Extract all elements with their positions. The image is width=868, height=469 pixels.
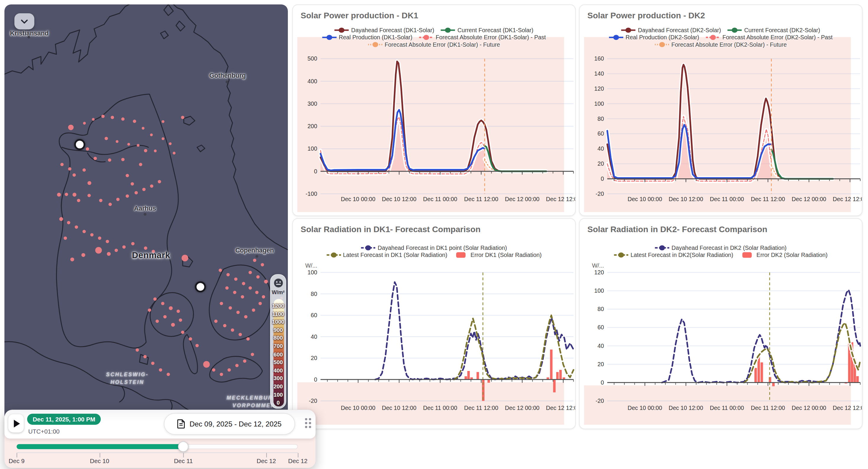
x-tick-label: Dec 11 12:00 (751, 196, 785, 202)
selected-point-marker[interactable] (195, 282, 206, 293)
solar-site-dot (73, 173, 76, 177)
solar-site-dot (86, 147, 89, 151)
legend-item[interactable]: Current Forecast (DK1-Solar) (441, 27, 533, 33)
date-range-picker[interactable]: Dec 09, 2025 - Dec 12, 2025 (164, 413, 295, 435)
error-bar[interactable] (556, 372, 559, 380)
legend-item[interactable]: Error DK2 (Solar Radiation) (740, 251, 828, 258)
legend-label: Dayahead Forecast in DK2 (Solar Radiatio… (672, 244, 787, 251)
solar-site-dot (156, 320, 159, 323)
legend-item[interactable]: Latest Forecast in DK1 (Solar Radiation) (326, 251, 447, 258)
error-bar[interactable] (559, 370, 562, 380)
y-tick-label: 40 (597, 145, 604, 152)
radiation-color-scale: W/m² 12001100100090080070060050040030020… (270, 274, 286, 409)
weather-map[interactable]: KristiansandGothenburgAarhusCopenhagenDe… (4, 4, 288, 464)
legend-item[interactable]: Dayahead Forecast (DK1-Solar) (335, 27, 434, 33)
scale-value: 900 (271, 327, 286, 333)
solar-site-dot (148, 308, 151, 312)
chart-card-solar-radiation-dk2[interactable]: Solar Radiation in DK2- Forecast Compari… (579, 218, 862, 429)
slider-thumb[interactable] (178, 441, 189, 452)
solar-site-dot (142, 188, 146, 191)
legend-label: Forecast Absolute Error (DK1-Solar) - Fu… (385, 41, 500, 48)
slider-track-fill (17, 444, 183, 449)
legend-label: Real Production (DK2-Solar) (626, 34, 699, 40)
error-bar[interactable] (467, 371, 470, 380)
error-bar[interactable] (761, 362, 763, 382)
solar-site-dot (115, 249, 118, 252)
solar-site-dot (92, 118, 94, 120)
legend-label: Current Forecast (DK1-Solar) (458, 27, 533, 33)
y-tick-label: 400 (308, 78, 317, 85)
legend-label: Latest Forecast in DK1 (Solar Radiation) (343, 251, 447, 258)
scale-value: 300 (271, 375, 286, 382)
legend-item[interactable]: Real Production (DK2-Solar) (609, 34, 699, 40)
y-tick-label: 100 (308, 145, 317, 152)
x-tick-label: Dec 11 12:00 (464, 405, 498, 411)
x-tick-label: Dec 12 00:00 (505, 405, 539, 411)
legend-item[interactable]: Forecast Absolute Error (DK2-Solar) - Pa… (706, 34, 833, 40)
legend-item[interactable]: Forecast Absolute Error (DK1-Solar) - Pa… (419, 34, 546, 40)
y-tick-label: 0 (601, 379, 604, 386)
drag-handle[interactable] (305, 418, 311, 428)
legend-item[interactable]: Dayahead Forecast in DK1 point (Solar Ra… (361, 244, 507, 251)
slider-date-label: Dec 10 (90, 458, 109, 464)
chart-card-solar-power-dk1[interactable]: Solar Power production - DK1 Dayahead Fo… (292, 4, 576, 216)
solar-site-dot (241, 295, 244, 298)
solar-site-dot (133, 120, 136, 123)
legend-item[interactable]: Error DK1 (Solar Radiation) (454, 251, 542, 258)
scale-value: 400 (271, 368, 286, 374)
error-bar[interactable] (550, 350, 552, 380)
error-bar[interactable] (465, 376, 467, 380)
play-button[interactable] (8, 414, 24, 433)
error-bar[interactable] (754, 368, 757, 383)
error-bar[interactable] (856, 376, 859, 383)
x-tick-label: Dec 10 12:00 (669, 196, 703, 202)
solar-site-dot (168, 306, 173, 310)
map-collapse-button[interactable] (14, 13, 35, 29)
smiley-icon (273, 278, 283, 288)
selected-point-marker[interactable] (74, 139, 85, 150)
solar-site-dot (261, 263, 264, 266)
solar-site-dot (116, 198, 120, 201)
solar-site-dot (83, 122, 85, 124)
solar-site-dot (101, 115, 104, 118)
solar-site-dot (223, 324, 226, 327)
legend-marker-icon (706, 34, 720, 40)
solar-site-dot (94, 157, 97, 160)
y-tick-label: 500 (308, 55, 317, 62)
solar-site-dot (135, 348, 139, 351)
y-tick-label: 80 (311, 291, 317, 297)
legend-item[interactable]: Dayahead Forecast (DK2-Solar) (621, 27, 721, 33)
scale-value: 1200 (271, 303, 286, 309)
error-bar[interactable] (553, 380, 555, 392)
solar-site-dot (181, 116, 184, 119)
map-label-city: Gothenburg (209, 72, 246, 79)
error-bar[interactable] (476, 372, 479, 380)
error-bar[interactable] (488, 380, 490, 383)
legend-item[interactable]: Forecast Absolute Error (DK1-Solar) - Fu… (368, 41, 500, 48)
map-label-city: Aarhus (134, 205, 156, 212)
x-tick-label: Dec 11 12:00 (751, 405, 785, 411)
time-slider[interactable]: Dec 9Dec 10Dec 11Dec 12Dec 12 (17, 443, 298, 465)
solar-site-dot (75, 225, 78, 229)
y-tick-label: 0 (314, 376, 317, 383)
x-tick-label: Dec 10 00:00 (341, 196, 375, 202)
y-tick-label: 100 (594, 287, 604, 294)
legend-marker-icon (655, 41, 669, 48)
y-tick-label: 120 (594, 269, 604, 275)
legend-label: Error DK1 (Solar Radiation) (471, 251, 542, 258)
chart-card-solar-radiation-dk1[interactable]: Solar Radiation in DK1- Forecast Compari… (292, 218, 576, 429)
legend-item[interactable]: Latest Forecast in DK2(Solar Radiation) (614, 251, 733, 258)
x-tick-label: Dec 12 00:00 (792, 196, 826, 202)
legend-item[interactable]: Dayahead Forecast in DK2 (Solar Radiatio… (655, 244, 786, 251)
chart-card-solar-power-dk2[interactable]: Solar Power production - DK2 Dayahead Fo… (579, 4, 862, 216)
solar-site-dot (203, 361, 210, 368)
error-bar[interactable] (772, 382, 774, 386)
chart-title: Solar Power production - DK1 (301, 11, 418, 20)
solar-site-dot (214, 320, 218, 323)
legend-item[interactable]: Real Production (DK1-Solar) (322, 34, 412, 40)
legend-label: Dayahead Forecast (DK2-Solar) (638, 27, 721, 33)
legend-item[interactable]: Forecast Absolute Error (DK2-Solar) - Fu… (655, 41, 787, 48)
legend-item[interactable]: Current Forecast (DK2-Solar) (728, 27, 820, 33)
legend-marker-icon (419, 34, 433, 40)
legend-label: Forecast Absolute Error (DK2-Solar) - Fu… (671, 41, 787, 48)
